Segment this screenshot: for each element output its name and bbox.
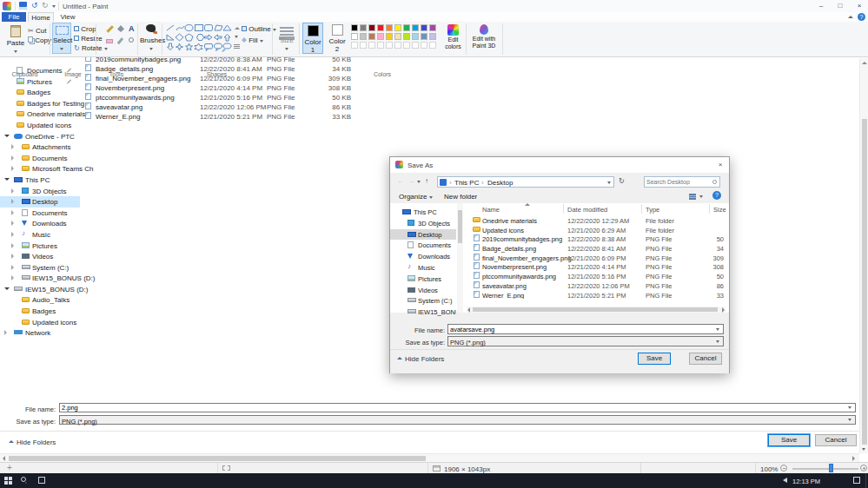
tab-file[interactable]: File (2, 12, 26, 22)
palette-swatch[interactable] (403, 24, 410, 31)
eraser-tool-icon[interactable] (106, 39, 113, 43)
file-row[interactable]: final_November_engagers.png12/21/2020 6:… (467, 253, 726, 262)
file-row[interactable]: Onedrive materials12/22/2020 12:29 AMFil… (467, 215, 726, 225)
column-name[interactable]: Name (482, 206, 500, 214)
palette-empty-swatch[interactable] (386, 42, 393, 49)
tree-item-updated-icons2[interactable]: Updated icons (0, 317, 80, 328)
palette-empty-swatch[interactable] (394, 42, 401, 49)
tree-item-desktop-selected[interactable]: Desktop (0, 196, 80, 208)
eyedropper-tool-icon[interactable] (117, 37, 123, 44)
shapes-scroll-down-icon[interactable] (235, 36, 238, 38)
chevron-right-icon[interactable] (11, 188, 14, 194)
chevron-down-icon[interactable] (285, 48, 288, 50)
save-button[interactable]: Save (638, 353, 671, 365)
tree-item-pictures[interactable]: Pictures (0, 76, 80, 88)
tree-item-badges2[interactable]: Badges (0, 306, 80, 317)
save-as-type-select[interactable]: PNG (*.png) (447, 336, 724, 346)
hide-folders-button[interactable]: Hide Folders (17, 439, 56, 446)
chevron-down-icon[interactable] (4, 287, 10, 290)
cut-button[interactable]: ✂ Cut (28, 27, 46, 35)
chevron-down-icon[interactable] (4, 135, 10, 137)
outline-button[interactable]: Outline (242, 25, 276, 33)
search-box[interactable] (644, 176, 720, 188)
column-size[interactable]: Size (713, 206, 726, 214)
chevron-right-icon[interactable] (11, 155, 14, 161)
chevron-up-icon[interactable] (397, 357, 402, 359)
chevron-right-icon[interactable] (11, 210, 14, 215)
chevron-right-icon[interactable] (11, 199, 14, 204)
palette-swatch[interactable] (368, 24, 375, 31)
file-row[interactable]: ptccommunityawards.png12/21/2020 5:16 PM… (467, 271, 726, 280)
tree-item-iew15-d[interactable]: IEW15_BONUS (D:) (0, 273, 80, 284)
clock[interactable]: 12:13 PM (792, 478, 820, 485)
chevron-right-icon[interactable] (11, 144, 14, 149)
fill-tool-icon[interactable] (117, 25, 124, 32)
tree-item-updated-icons[interactable]: Updated icons (0, 120, 80, 131)
chevron-right-icon[interactable] (11, 254, 14, 259)
text-tool-icon[interactable]: A (129, 24, 135, 33)
save-icon[interactable] (19, 2, 27, 10)
scrollbar-thumb[interactable] (9, 456, 426, 461)
help-icon[interactable]: ? (858, 13, 865, 21)
chevron-right-icon[interactable] (4, 330, 7, 335)
tab-view[interactable]: View (56, 12, 80, 22)
column-date-modified[interactable]: Date modified (567, 206, 607, 214)
palette-swatch[interactable] (429, 24, 436, 31)
divider[interactable] (641, 204, 642, 214)
chevron-right-icon[interactable] (11, 221, 14, 226)
dialog-close-button[interactable]: × (715, 161, 726, 168)
cancel-button[interactable]: Cancel (689, 353, 722, 365)
palette-empty-swatch[interactable] (403, 42, 410, 49)
column-type[interactable]: Type (646, 206, 659, 214)
chevron-down-icon[interactable] (848, 419, 851, 421)
list-horizontal-scrollbar[interactable] (467, 307, 726, 313)
palette-swatch[interactable] (403, 33, 410, 40)
palette-swatch[interactable] (394, 24, 401, 31)
magnifier-tool-icon[interactable] (129, 37, 134, 43)
brushes-button[interactable]: Brushes (140, 23, 162, 54)
scroll-left-icon[interactable] (3, 456, 5, 461)
close-button[interactable]: × (853, 2, 865, 10)
palette-swatch[interactable] (386, 24, 393, 31)
show-desktop-button[interactable] (865, 473, 866, 488)
chevron-down-icon[interactable] (716, 340, 719, 343)
zoom-out-button[interactable] (780, 465, 787, 472)
search-icon[interactable] (21, 477, 26, 482)
palette-swatch[interactable] (412, 24, 419, 31)
chevron-down-icon[interactable] (60, 48, 63, 50)
action-center-icon[interactable] (853, 477, 860, 484)
palette-swatch[interactable] (360, 24, 367, 31)
file-row[interactable]: Werner_E.png12/21/2020 5:21 PMPNG File33 (467, 290, 726, 300)
refresh-icon[interactable]: ↻ (619, 177, 625, 185)
scroll-right-icon[interactable] (722, 307, 725, 313)
tree-item-badges-testing[interactable]: Badges for Testing (0, 98, 80, 109)
tree-item-desktop-selected[interactable]: Desktop (390, 229, 456, 241)
tree-item-audio-talks[interactable]: Audio_Talks (0, 294, 80, 306)
palette-swatch[interactable] (429, 33, 436, 40)
palette-swatch[interactable] (377, 24, 384, 31)
tree-item-3d-objects[interactable]: 3D Objects (0, 186, 80, 197)
palette-swatch[interactable] (421, 24, 427, 31)
tree-item-pictures2[interactable]: Pictures (0, 241, 80, 252)
tree-scrollbar[interactable] (457, 203, 463, 313)
color2-button[interactable]: Color 2 (327, 23, 348, 54)
recent-locations-icon[interactable] (417, 181, 421, 183)
tree-item-badges[interactable]: Badges (0, 87, 80, 98)
divider[interactable] (709, 204, 710, 214)
tree-item-documents3[interactable]: Documents (0, 208, 80, 219)
palette-swatch[interactable] (351, 33, 358, 40)
tree-item-network[interactable]: Network (0, 327, 80, 339)
file-row[interactable]: saveavatar.png12/22/2020 12:06 PMPNG Fil… (467, 280, 726, 290)
palette-empty-swatch[interactable] (351, 42, 358, 49)
palette-empty-swatch[interactable] (368, 42, 375, 49)
task-view-icon[interactable] (38, 477, 45, 484)
tree-item-attachments[interactable]: Attachments (0, 142, 80, 153)
new-folder-button[interactable]: New folder (444, 193, 477, 201)
shapes-scroll-up-icon[interactable] (235, 27, 240, 30)
tree-item-3d-objects[interactable]: 3D Objects (390, 218, 456, 229)
minimize-button[interactable]: – (815, 2, 827, 10)
palette-swatch[interactable] (377, 33, 384, 40)
tree-item-this-pc[interactable]: This PC (390, 207, 456, 218)
file-name-input[interactable] (447, 324, 724, 334)
collapse-ribbon-icon[interactable] (848, 16, 853, 18)
